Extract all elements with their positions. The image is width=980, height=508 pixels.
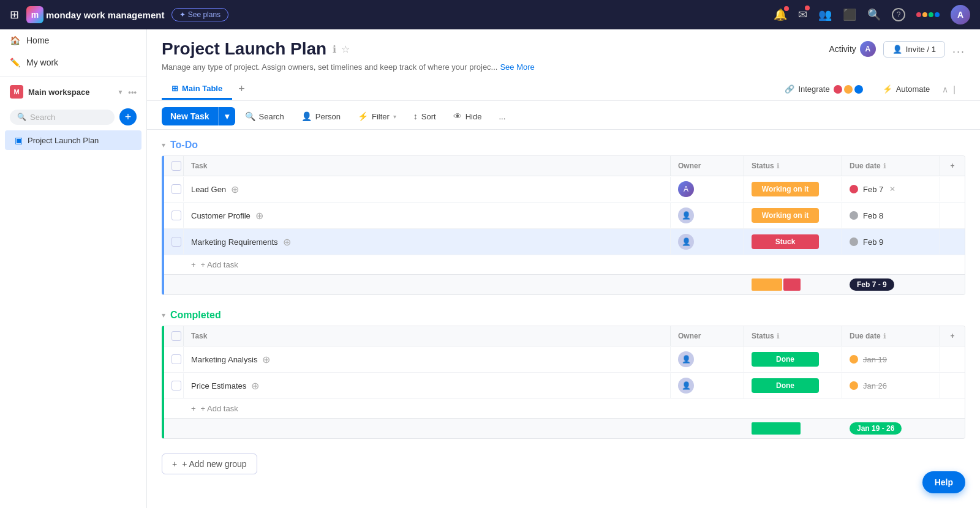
- integrate-button[interactable]: 🔗 Integrate: [777, 81, 870, 97]
- cth-duedate: Due date ℹ: [842, 326, 940, 346]
- help-button[interactable]: Help: [922, 471, 965, 493]
- row-2-status-badge[interactable]: Working on it: [752, 208, 819, 223]
- workspace-more-icon[interactable]: •••: [128, 88, 137, 97]
- todo-group-title: To-Do: [170, 140, 198, 151]
- sidebar-item-project[interactable]: ▣ Project Launch Plan: [5, 130, 141, 150]
- row-checkbox-1: [164, 177, 184, 201]
- crow-2-status[interactable]: Done: [744, 373, 842, 398]
- crow-2-status-badge[interactable]: Done: [752, 378, 819, 393]
- summary-status-bars: [744, 275, 842, 294]
- row-3-status-badge[interactable]: Stuck: [752, 234, 819, 249]
- cth-owner: Owner: [671, 326, 744, 346]
- more-toolbar-icon: ...: [499, 112, 505, 121]
- add-new-group-button[interactable]: + + Add new group: [162, 454, 257, 474]
- sidebar-add-button[interactable]: +: [119, 108, 137, 125]
- sidebar-workspace-header[interactable]: M Main workspace ▼ •••: [0, 79, 146, 105]
- crow-1-add-icon[interactable]: ⊕: [262, 354, 270, 365]
- completed-add-task-row[interactable]: + + Add task: [164, 399, 965, 418]
- person-button[interactable]: 👤 Person: [294, 108, 348, 125]
- todo-group: ▾ To-Do Task Owner Status ℹ Due: [162, 140, 965, 295]
- row-1-status-badge[interactable]: Working on it: [752, 182, 819, 196]
- hide-button[interactable]: 👁 Hide: [446, 108, 489, 125]
- search-button[interactable]: 🔍 Search: [238, 108, 292, 125]
- mini-bar-done: [752, 422, 801, 435]
- todo-group-header[interactable]: ▾ To-Do: [162, 140, 965, 151]
- row-2-status[interactable]: Working on it: [744, 203, 842, 228]
- row-1-close-icon[interactable]: ✕: [889, 185, 895, 193]
- top-nav-icons: 🔔 ✉ 👥 ⬛ 🔍 ? A: [774, 5, 970, 24]
- info-icon[interactable]: ℹ: [333, 43, 336, 55]
- table-icon: ⊞: [172, 84, 178, 93]
- cth-add-col[interactable]: +: [940, 326, 965, 346]
- crow-2-add-icon[interactable]: ⊕: [251, 380, 259, 392]
- new-task-chevron-icon[interactable]: ▾: [218, 107, 235, 125]
- sort-button[interactable]: ↕ Sort: [406, 108, 443, 125]
- more-toolbar-button[interactable]: ...: [491, 108, 513, 125]
- row-3-checkbox[interactable]: [172, 237, 181, 247]
- filter-button[interactable]: ⚡ Filter ▾: [350, 108, 404, 125]
- completed-group-header[interactable]: ▾ Completed: [162, 310, 965, 321]
- star-icon[interactable]: ☆: [341, 43, 350, 55]
- row-2-checkbox[interactable]: [172, 211, 181, 220]
- page-more-button[interactable]: ...: [952, 43, 965, 56]
- page-subtitle: Manage any type of project. Assign owner…: [162, 62, 965, 72]
- collapse-icon[interactable]: ∧: [942, 84, 948, 94]
- board-icon: ▣: [15, 135, 23, 145]
- row-3-owner: 👤: [671, 229, 744, 255]
- todo-add-task-row[interactable]: + + Add task: [164, 255, 965, 274]
- crow-1-owner: 👤: [671, 346, 744, 372]
- row-1-due-date-text: Feb 7: [863, 185, 883, 194]
- search-icon[interactable]: 🔍: [867, 8, 881, 21]
- crow-1-owner-avatar[interactable]: 👤: [678, 351, 694, 367]
- grid-menu-icon[interactable]: ⊞: [10, 8, 19, 21]
- add-group-icon: +: [172, 459, 177, 469]
- crow-1-status[interactable]: Done: [744, 347, 842, 372]
- invite-button[interactable]: 👤 Invite / 1: [883, 41, 945, 58]
- notification-icon[interactable]: 🔔: [774, 8, 787, 21]
- new-task-button[interactable]: New Task ▾: [162, 107, 235, 125]
- integrate-label: Integrate: [798, 84, 829, 94]
- crow-2-owner-avatar[interactable]: 👤: [678, 378, 694, 394]
- row-2-owner-avatar[interactable]: 👤: [678, 207, 694, 223]
- person-icon: 👤: [301, 111, 312, 121]
- expand-icon[interactable]: |: [953, 84, 956, 94]
- apps-icon[interactable]: ⬛: [843, 8, 856, 21]
- user-avatar[interactable]: A: [951, 5, 970, 24]
- sidebar-item-home[interactable]: 🏠 Home: [0, 29, 146, 51]
- completed-group-title: Completed: [170, 310, 221, 321]
- brand-colors-icon: [916, 12, 940, 17]
- see-plans-button[interactable]: ✦ See plans: [172, 8, 228, 21]
- row-1-checkbox[interactable]: [172, 184, 181, 194]
- filter-icon: ⚡: [358, 111, 368, 121]
- crow-2-checkbox[interactable]: [172, 381, 181, 390]
- crow-1-task: Marketing Analysis ⊕: [184, 347, 671, 372]
- row-1-status[interactable]: Working on it: [744, 177, 842, 201]
- crow-1-status-badge[interactable]: Done: [752, 352, 819, 367]
- row-3-add-icon[interactable]: ⊕: [283, 236, 291, 248]
- select-all-checkbox[interactable]: [172, 161, 181, 171]
- activity-button[interactable]: Activity A: [829, 41, 876, 57]
- automate-button[interactable]: ⚡ Automate: [875, 81, 938, 97]
- row-2-task: Customer Profile ⊕: [184, 203, 671, 228]
- completed-select-all[interactable]: [172, 331, 181, 341]
- csummary-td-3: [671, 419, 744, 438]
- see-more-link[interactable]: See More: [500, 62, 534, 72]
- help-icon[interactable]: ?: [892, 8, 905, 21]
- row-2-add-icon[interactable]: ⊕: [255, 210, 263, 222]
- completed-add-task-icon: +: [191, 404, 196, 413]
- people-icon[interactable]: 👥: [818, 8, 832, 21]
- row-3-status[interactable]: Stuck: [744, 230, 842, 254]
- row-1-owner-avatar[interactable]: A: [678, 181, 694, 197]
- row-3-owner-avatar[interactable]: 👤: [678, 234, 694, 250]
- inbox-icon[interactable]: ✉: [798, 8, 807, 21]
- th-add-col[interactable]: +: [940, 156, 965, 176]
- summary-td-1: [164, 275, 184, 294]
- row-1-add-icon[interactable]: ⊕: [231, 184, 239, 195]
- sidebar-item-mywork[interactable]: ✏️ My work: [0, 51, 146, 73]
- crow-1-checkbox[interactable]: [172, 354, 181, 364]
- home-label: Home: [26, 35, 49, 45]
- tab-main-table[interactable]: ⊞ Main Table: [162, 79, 232, 100]
- tab-add-button[interactable]: +: [232, 78, 251, 100]
- sidebar-search-box[interactable]: 🔍 Search: [10, 110, 115, 125]
- hide-icon: 👁: [453, 111, 462, 121]
